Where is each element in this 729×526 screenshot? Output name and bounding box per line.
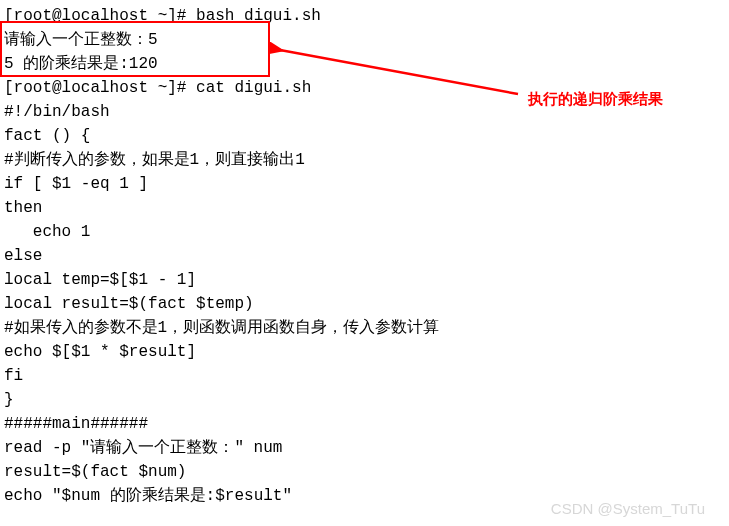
terminal-line: #判断传入的参数，如果是1，则直接输出1 xyxy=(4,148,725,172)
terminal-line: echo 1 xyxy=(4,220,725,244)
terminal-line: #####main###### xyxy=(4,412,725,436)
terminal-line: result=$(fact $num) xyxy=(4,460,725,484)
terminal-line: } xyxy=(4,388,725,412)
terminal-line: 5 的阶乘结果是:120 xyxy=(4,52,725,76)
watermark: CSDN @System_TuTu xyxy=(551,498,705,521)
terminal-line: else xyxy=(4,244,725,268)
terminal-line: [root@localhost ~]# bash digui.sh xyxy=(4,4,725,28)
terminal-line: local result=$(fact $temp) xyxy=(4,292,725,316)
terminal-line: then xyxy=(4,196,725,220)
terminal-line: if [ $1 -eq 1 ] xyxy=(4,172,725,196)
terminal-line: echo $[$1 * $result] xyxy=(4,340,725,364)
annotation-label: 执行的递归阶乘结果 xyxy=(528,88,663,111)
terminal-line: 请输入一个正整数：5 xyxy=(4,28,725,52)
terminal-line: local temp=$[$1 - 1] xyxy=(4,268,725,292)
terminal-line: read -p "请输入一个正整数：" num xyxy=(4,436,725,460)
terminal-line: #如果传入的参数不是1，则函数调用函数自身，传入参数计算 xyxy=(4,316,725,340)
terminal-line: fact () { xyxy=(4,124,725,148)
terminal-line: fi xyxy=(4,364,725,388)
